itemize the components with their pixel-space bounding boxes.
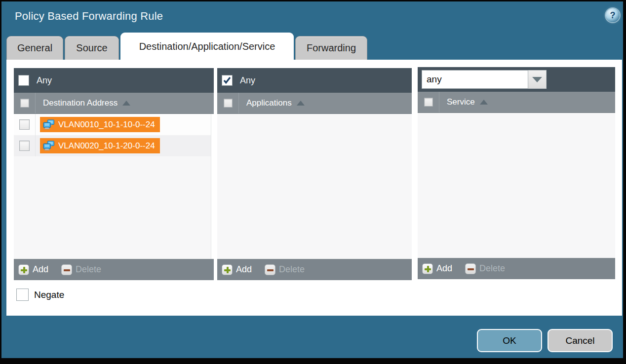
table-row[interactable]: VLAN0020_10-1-20-0--24 [14, 135, 214, 156]
minus-icon [465, 263, 476, 274]
add-button[interactable]: Add [222, 264, 252, 275]
address-object-chip: VLAN0010_10-1-10-0--24 [40, 117, 160, 132]
table-row[interactable]: VLAN0010_10-1-10-0--24 [14, 114, 214, 135]
applications-any-label: Any [240, 75, 255, 86]
sort-asc-icon [122, 101, 130, 106]
ok-button[interactable]: OK [477, 329, 542, 352]
destination-address-panel: Any Destination Address [14, 68, 214, 280]
delete-label: Delete [76, 264, 101, 275]
applications-select-all-checkbox[interactable] [224, 99, 233, 108]
service-toolbar: Add Delete [418, 258, 615, 279]
applications-any-checkbox[interactable] [222, 75, 233, 86]
address-object-chip: VLAN0020_10-1-20-0--24 [40, 138, 160, 153]
row-label: VLAN0010_10-1-10-0--24 [58, 120, 155, 130]
add-button[interactable]: Add [422, 263, 452, 274]
applications-column-label: Applications [246, 98, 292, 108]
service-column-label: Service [447, 97, 475, 107]
row-checkbox[interactable] [19, 119, 30, 130]
cancel-button[interactable]: Cancel [548, 329, 613, 352]
add-button[interactable]: Add [18, 264, 48, 275]
destination-column-header: Destination Address [14, 93, 214, 114]
service-select-all-checkbox[interactable] [424, 98, 433, 107]
applications-any-bar: Any [217, 68, 412, 93]
applications-panel: Any Applications Add Delete [217, 68, 412, 280]
tab-general[interactable]: General [6, 36, 63, 60]
network-icon [42, 119, 55, 130]
row-label: VLAN0020_10-1-20-0--24 [58, 141, 155, 151]
destination-any-bar: Any [14, 68, 214, 93]
service-dropdown-button[interactable] [528, 70, 547, 89]
delete-button[interactable]: Delete [265, 264, 305, 275]
applications-toolbar: Add Delete [217, 259, 412, 280]
applications-column-header: Applications [217, 93, 412, 114]
delete-button[interactable]: Delete [465, 263, 505, 274]
delete-label: Delete [479, 263, 505, 274]
add-label: Add [33, 264, 48, 275]
chevron-down-icon [532, 77, 542, 82]
plus-icon [18, 264, 29, 275]
destination-any-checkbox[interactable] [18, 75, 29, 86]
destination-list: VLAN0010_10-1-10-0--24 [14, 114, 214, 259]
negate-row: Negate [16, 289, 64, 301]
checkmark-icon [223, 76, 232, 85]
network-icon [42, 141, 55, 151]
service-sort-header[interactable]: Service [447, 97, 488, 107]
add-label: Add [236, 264, 252, 275]
applications-list [217, 114, 412, 259]
sort-asc-icon [297, 101, 305, 106]
negate-checkbox[interactable] [16, 289, 29, 301]
scrollbar-track[interactable] [211, 114, 214, 259]
tab-destination-application-service[interactable]: Destination/Application/Service [120, 33, 294, 60]
destination-select-all-checkbox[interactable] [20, 99, 29, 108]
service-list [418, 113, 615, 258]
service-panel: Service Add Delete [418, 67, 615, 279]
delete-label: Delete [279, 264, 305, 275]
tab-bar: General Source Destination/Application/S… [1, 1, 623, 60]
row-checkbox[interactable] [19, 141, 30, 151]
sort-asc-icon [480, 100, 488, 105]
tab-content: Any Destination Address [6, 60, 622, 316]
plus-icon [422, 263, 433, 274]
destination-sort-header[interactable]: Destination Address [43, 98, 130, 108]
service-column-header: Service [418, 92, 615, 113]
policy-based-forwarding-dialog: Policy Based Forwarding Rule ? General S… [1, 1, 623, 358]
destination-column-label: Destination Address [43, 98, 117, 108]
destination-toolbar: Add Delete [14, 259, 214, 280]
minus-icon [61, 264, 72, 275]
minus-icon [265, 264, 275, 275]
applications-sort-header[interactable]: Applications [246, 98, 305, 108]
plus-icon [222, 264, 233, 275]
destination-any-label: Any [37, 75, 52, 86]
add-label: Add [436, 263, 452, 274]
tab-source[interactable]: Source [65, 36, 119, 60]
service-dropdown-bar [418, 67, 615, 92]
service-dropdown [422, 70, 547, 89]
delete-button[interactable]: Delete [61, 264, 101, 275]
negate-label: Negate [34, 290, 64, 300]
tab-forwarding[interactable]: Forwarding [295, 36, 367, 60]
service-dropdown-input[interactable] [422, 70, 528, 89]
